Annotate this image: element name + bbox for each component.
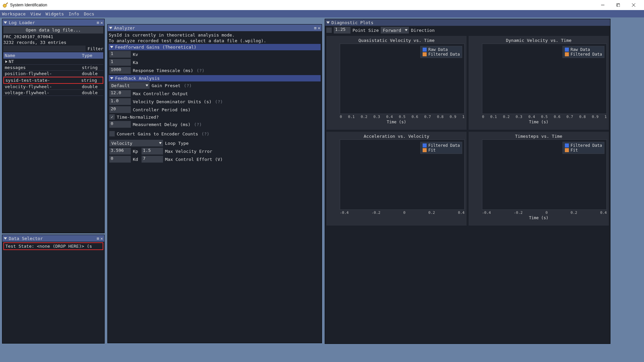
measurement-delay-input[interactable]: 0 [109, 121, 131, 128]
minimize-button[interactable] [595, 0, 610, 10]
max-control-effort-label: Max Control Effort (V) [165, 157, 223, 162]
menu-workspace[interactable]: Workspace [2, 11, 25, 16]
time-normalized-checkbox[interactable]: ✓ [109, 114, 115, 120]
collapse-icon[interactable] [110, 46, 113, 48]
legend-row: Fit [565, 148, 602, 153]
tree-expand-icon[interactable] [5, 60, 7, 63]
max-controller-output-input[interactable]: 12.0 [109, 90, 131, 97]
help-icon[interactable]: (?) [215, 99, 223, 104]
analyzer-header[interactable]: Analyzer ≡ ✕ [108, 24, 322, 31]
plot-title: Dynamic Velocity vs. Time [471, 38, 607, 43]
plot-area[interactable]: Raw DataFiltered Data [340, 44, 465, 114]
menu-widgets[interactable]: Widgets [46, 11, 64, 16]
response-timescale-input[interactable]: 1000 [109, 67, 131, 74]
maximize-button[interactable] [610, 0, 626, 10]
combo-value: Velocity [111, 141, 132, 146]
help-icon[interactable]: (?) [202, 131, 209, 136]
plot[interactable]: Timesteps vs. Time05101520253035404550Ti… [469, 132, 609, 226]
row-name: position-flywheel- [5, 71, 82, 76]
table-row[interactable]: messagesstring [3, 65, 103, 71]
section-title: Feedback Analysis [115, 76, 160, 81]
table-row[interactable]: NT [3, 59, 103, 65]
row-name: voltage-flywheel- [5, 90, 82, 95]
collapse-icon[interactable] [326, 21, 330, 24]
gain-preset-combo[interactable]: Default [109, 82, 150, 89]
panel-close-icon[interactable]: ✕ [100, 20, 103, 25]
legend-row: Fit [423, 148, 460, 153]
menu-view[interactable]: View [30, 11, 41, 16]
measurement-delay-label: Measurement Delay (ms) [133, 122, 191, 127]
collapse-icon[interactable] [110, 77, 113, 79]
legend-swatch [423, 143, 427, 147]
point-size-toggle[interactable] [326, 27, 332, 33]
plot-area[interactable]: Raw DataFiltered Data [482, 44, 607, 114]
plot[interactable]: Acceleration vs. Velocity-0.5-0.4-0.3-0.… [326, 132, 467, 226]
panel-close-icon[interactable]: ✕ [318, 25, 320, 31]
panel-close-icon[interactable]: ✕ [100, 236, 103, 241]
menu-info[interactable]: Info [69, 11, 79, 16]
data-selector-header[interactable]: Data Selector ≡ ✕ [2, 235, 104, 242]
filter-input[interactable] [3, 46, 86, 52]
kv-input[interactable]: 1 [109, 51, 131, 58]
row-name: messages [5, 65, 82, 70]
kd-input[interactable]: 0 [109, 156, 131, 163]
legend-label: Raw Data [428, 47, 448, 52]
panel-title: Diagnostic Plots [331, 20, 373, 25]
open-datalog-button[interactable]: Open data log file... [3, 26, 103, 34]
velocity-denom-label: Velocity Denominator Units (s) [133, 99, 212, 104]
point-size-input[interactable]: 1.25 [334, 27, 351, 34]
table-row[interactable]: sysid-test-state-string [3, 77, 103, 84]
menu-docs[interactable]: Docs [84, 11, 94, 16]
gain-preset-label: Gain Preset [152, 83, 180, 88]
table-row[interactable]: voltage-flywheel-double [3, 90, 103, 96]
row-type: double [82, 90, 102, 95]
panel-menu-icon[interactable]: ≡ [97, 20, 99, 25]
diagnostic-plots-header[interactable]: Diagnostic Plots [325, 19, 610, 26]
plots-grid: Quasistatic Velocity vs. Time00.10.20.30… [325, 35, 610, 227]
help-icon[interactable]: (?) [184, 83, 192, 88]
collapse-icon[interactable] [4, 21, 7, 24]
ka-input[interactable]: 1 [109, 59, 131, 66]
table-row[interactable]: velocity-flywheel-double [3, 84, 103, 90]
table-row[interactable]: position-flywheel-double [3, 71, 103, 77]
plot-title: Quasistatic Velocity vs. Time [328, 38, 465, 43]
plot[interactable]: Dynamic Velocity vs. Time00.10.20.30.40.… [469, 36, 609, 130]
close-button[interactable] [626, 0, 641, 10]
max-controller-output-label: Max Controller Output [133, 91, 188, 96]
velocity-denom-input[interactable]: 1.0 [109, 98, 131, 105]
max-velocity-error-input[interactable]: 1.5 [142, 148, 163, 155]
chevron-down-icon [405, 29, 408, 31]
svg-line-1 [6, 3, 8, 4]
chevron-down-icon [159, 142, 162, 144]
log-loader-header[interactable]: Log Loader ≡ ✕ [2, 19, 104, 26]
direction-combo[interactable]: Forward [381, 27, 409, 34]
kp-input[interactable]: 3.596 [109, 148, 131, 155]
legend: Filtered DataFit [420, 142, 462, 154]
section-title: Feedforward Gains (Theoretical) [115, 45, 197, 50]
panel-menu-icon[interactable]: ≡ [314, 25, 317, 31]
diagnostic-plots-panel: Diagnostic Plots 1.25 Point Size Forward… [325, 19, 610, 344]
legend-label: Filtered Data [428, 143, 460, 148]
plot-area[interactable]: Filtered DataFit [340, 139, 465, 210]
help-icon[interactable]: (?) [197, 68, 204, 73]
help-icon[interactable]: (?) [194, 122, 202, 127]
test-state-drop[interactable]: Test State: <none (DROP HERE)> (s [3, 242, 103, 250]
plot[interactable]: Quasistatic Velocity vs. Time00.10.20.30… [326, 36, 467, 130]
fb-section-header[interactable]: Feedback Analysis [109, 75, 321, 81]
analyzer-panel: Analyzer ≡ ✕ SysId is currently in theor… [107, 24, 322, 343]
row-type: double [82, 84, 102, 89]
plot-area[interactable]: Filtered DataFit [482, 139, 607, 210]
legend-label: Filtered Data [571, 143, 602, 148]
panel-menu-icon[interactable]: ≡ [97, 236, 99, 241]
menubar: Workspace View Widgets Info Docs [0, 10, 644, 17]
x-ticks: -0.4-0.200.20.4 [482, 210, 607, 215]
collapse-icon[interactable] [4, 237, 7, 240]
ff-section-header[interactable]: Feedforward Gains (Theoretical) [109, 44, 321, 50]
file-stats: 3232 records, 33 entries [3, 40, 103, 45]
convert-gains-checkbox[interactable] [109, 131, 115, 136]
collapse-icon[interactable] [109, 27, 112, 29]
panel-title: Log Loader [9, 20, 35, 25]
controller-period-input[interactable]: 20 [109, 106, 131, 113]
max-control-effort-input[interactable]: 7 [142, 156, 163, 163]
loop-type-combo[interactable]: Velocity [109, 140, 163, 146]
